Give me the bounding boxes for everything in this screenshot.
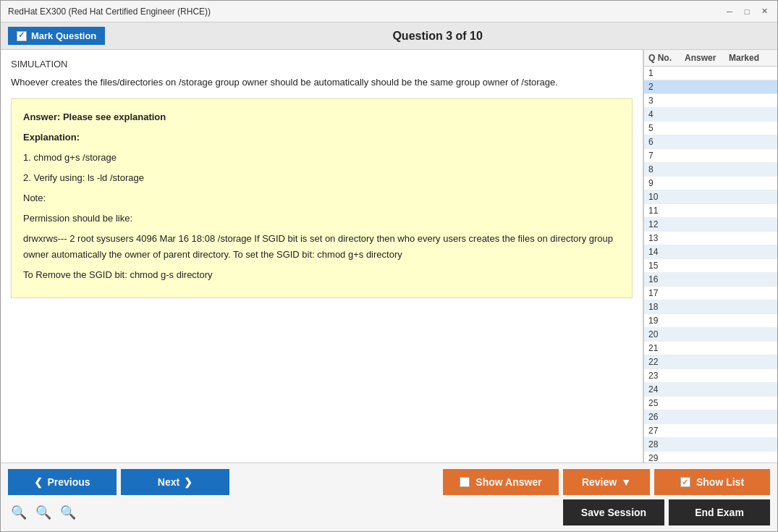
row-marked — [729, 453, 773, 463]
sidebar-row[interactable]: 21 — [644, 342, 777, 355]
chevron-right-icon — [184, 476, 193, 488]
row-number: 23 — [648, 371, 685, 381]
show-answer-button[interactable]: Show Answer — [443, 469, 559, 495]
row-number: 11 — [648, 206, 685, 216]
row-marked — [729, 384, 773, 394]
review-button[interactable]: Review ▼ — [563, 469, 650, 495]
question-type: SIMULATION — [11, 59, 633, 69]
show-answer-label: Show Answer — [475, 476, 541, 488]
show-list-button[interactable]: ✓ Show List — [654, 469, 770, 495]
sidebar-row[interactable]: 18 — [644, 300, 777, 314]
sidebar-row[interactable]: 8 — [644, 163, 777, 177]
sidebar-row[interactable]: 1 — [644, 67, 777, 80]
end-exam-button[interactable]: End Exam — [669, 499, 770, 525]
row-marked — [729, 316, 773, 326]
row-number: 5 — [648, 123, 685, 133]
row-number: 1 — [648, 68, 685, 78]
bottom-bar: Previous Next Show Answer Review ▼ ✓ Sho… — [1, 463, 777, 531]
row-answer — [685, 398, 729, 408]
row-marked — [729, 357, 773, 367]
row-answer — [685, 206, 729, 216]
row-number: 17 — [648, 288, 685, 298]
row-answer — [685, 178, 729, 188]
zoom-reset-button[interactable]: 🔍 — [33, 503, 54, 522]
mark-question-button[interactable]: Mark Question — [8, 27, 105, 45]
sidebar-row[interactable]: 11 — [644, 204, 777, 218]
sidebar-row[interactable]: 17 — [644, 287, 777, 300]
zoom-out-button[interactable]: 🔍 — [57, 503, 79, 522]
sidebar-row[interactable]: 27 — [644, 424, 777, 438]
sidebar-row[interactable]: 2 — [644, 80, 777, 94]
row-marked — [729, 274, 773, 284]
row-answer — [685, 68, 729, 78]
review-dropdown-icon: ▼ — [621, 476, 631, 488]
row-answer — [685, 109, 729, 119]
zoom-in-button[interactable]: 🔍 — [8, 503, 30, 522]
row-marked — [729, 439, 773, 449]
row-number: 2 — [648, 82, 685, 92]
sidebar-row[interactable]: 15 — [644, 259, 777, 273]
row-answer — [685, 151, 729, 161]
sidebar-row[interactable]: 10 — [644, 190, 777, 204]
minimize-icon[interactable]: ─ — [724, 6, 735, 17]
sidebar-row[interactable]: 23 — [644, 369, 777, 383]
explanation-title: Explanation: — [23, 130, 620, 145]
sidebar-row[interactable]: 19 — [644, 314, 777, 328]
row-answer — [685, 82, 729, 92]
row-answer — [685, 426, 729, 436]
permission-detail: drwxrws--- 2 root sysusers 4096 Mar 16 1… — [23, 231, 620, 263]
sidebar-row[interactable]: 4 — [644, 108, 777, 122]
save-session-button[interactable]: Save Session — [563, 499, 664, 525]
row-marked — [729, 412, 773, 422]
maximize-icon[interactable]: □ — [741, 6, 753, 17]
row-number: 18 — [648, 302, 685, 312]
next-button[interactable]: Next — [121, 469, 229, 495]
sidebar-row[interactable]: 9 — [644, 177, 777, 190]
sidebar-row[interactable]: 25 — [644, 397, 777, 410]
row-answer — [685, 192, 729, 202]
sidebar-row[interactable]: 22 — [644, 355, 777, 369]
row-number: 28 — [648, 439, 685, 449]
show-list-icon: ✓ — [680, 477, 690, 487]
sidebar-row[interactable]: 16 — [644, 273, 777, 287]
step1: 1. chmod g+s /storage — [23, 150, 620, 166]
sidebar-row[interactable]: 26 — [644, 410, 777, 424]
mark-question-label: Mark Question — [31, 30, 96, 41]
row-number: 24 — [648, 384, 685, 394]
mark-checkbox-icon — [17, 31, 27, 41]
row-number: 12 — [648, 219, 685, 229]
note: Note: — [23, 190, 620, 206]
sidebar-row[interactable]: 12 — [644, 218, 777, 232]
sidebar-row[interactable]: 7 — [644, 149, 777, 163]
sidebar-row[interactable]: 28 — [644, 438, 777, 452]
row-answer — [685, 123, 729, 133]
row-number: 9 — [648, 178, 685, 188]
row-marked — [729, 302, 773, 312]
sidebar-row[interactable]: 6 — [644, 135, 777, 149]
row-answer — [685, 316, 729, 326]
row-marked — [729, 288, 773, 298]
sidebar-row[interactable]: 13 — [644, 232, 777, 245]
row-marked — [729, 233, 773, 243]
chevron-left-icon — [34, 476, 43, 488]
sidebar-row[interactable]: 20 — [644, 328, 777, 342]
sidebar-row[interactable]: 24 — [644, 383, 777, 397]
row-marked — [729, 398, 773, 408]
previous-button[interactable]: Previous — [8, 469, 117, 495]
sidebar-row[interactable]: 3 — [644, 94, 777, 108]
next-label: Next — [158, 476, 179, 488]
row-answer — [685, 247, 729, 257]
row-answer — [685, 219, 729, 229]
row-number: 21 — [648, 343, 685, 353]
sidebar-row[interactable]: 5 — [644, 122, 777, 135]
row-answer — [685, 302, 729, 312]
sidebar-row[interactable]: 29 — [644, 452, 777, 463]
row-marked — [729, 123, 773, 133]
row-number: 25 — [648, 398, 685, 408]
show-answer-icon — [460, 477, 470, 487]
second-bottom-row: 🔍 🔍 🔍 Save Session End Exam — [8, 499, 770, 525]
sidebar-row[interactable]: 14 — [644, 245, 777, 259]
row-answer — [685, 439, 729, 449]
close-icon[interactable]: ✕ — [758, 6, 770, 17]
col-qno-header: Q No. — [648, 53, 685, 63]
